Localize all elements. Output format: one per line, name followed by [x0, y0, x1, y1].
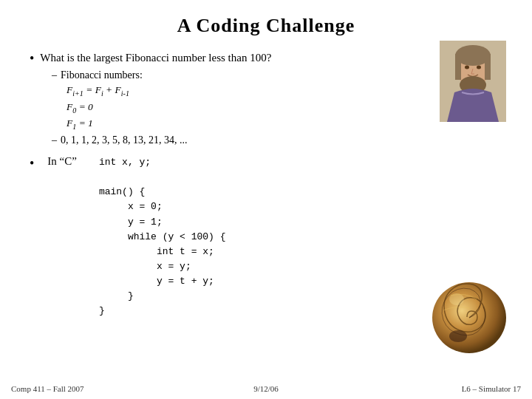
svg-rect-8 — [485, 61, 491, 80]
footer-left: Comp 411 – Fall 2007 — [11, 384, 181, 393]
svg-rect-7 — [455, 61, 461, 80]
math-line-2: F0 = 0 — [66, 100, 502, 116]
svg-point-4 — [465, 66, 469, 69]
portrait-image — [440, 41, 506, 122]
code-section: In “C” int x, y; main() { x = 0; y = 1; … — [47, 155, 225, 319]
bullet-dot-1: • — [30, 50, 34, 67]
sub-bullets-1: Fibonacci numbers: Fi+1 = Fi + Fi-1 F0 =… — [52, 67, 502, 148]
bullet-text-1: What is the largest Fibonacci number les… — [40, 50, 271, 66]
svg-point-10 — [449, 330, 467, 342]
footer: Comp 411 – Fall 2007 9/12/06 L6 – Simula… — [0, 384, 532, 393]
slide: A Coding Challenge • What is the largest… — [0, 0, 532, 399]
slide-title: A Coding Challenge — [30, 15, 502, 37]
svg-point-5 — [477, 66, 481, 69]
in-c-label: In “C” — [47, 155, 77, 168]
bullet-dot-2: • — [30, 155, 34, 172]
math-line-3: F1 = 1 — [66, 116, 502, 132]
footer-right: L6 – Simulator 17 — [351, 384, 521, 393]
bullet-section-1: • What is the largest Fibonacci number l… — [30, 50, 502, 148]
shell-image — [429, 277, 510, 358]
math-block: Fi+1 = Fi + Fi-1 F0 = 0 F1 = 1 — [66, 83, 502, 132]
math-line-1: Fi+1 = Fi + Fi-1 — [66, 83, 502, 99]
footer-center: 9/12/06 — [181, 384, 351, 393]
sub-bullet-fibonacci-label: Fibonacci numbers: — [52, 67, 502, 83]
code-block: int x, y; main() { x = 0; y = 1; while (… — [99, 155, 226, 319]
bullet-row-1: • What is the largest Fibonacci number l… — [30, 50, 502, 67]
sub-bullet-sequence: 0, 1, 1, 2, 3, 5, 8, 13, 21, 34, ... — [52, 132, 502, 148]
